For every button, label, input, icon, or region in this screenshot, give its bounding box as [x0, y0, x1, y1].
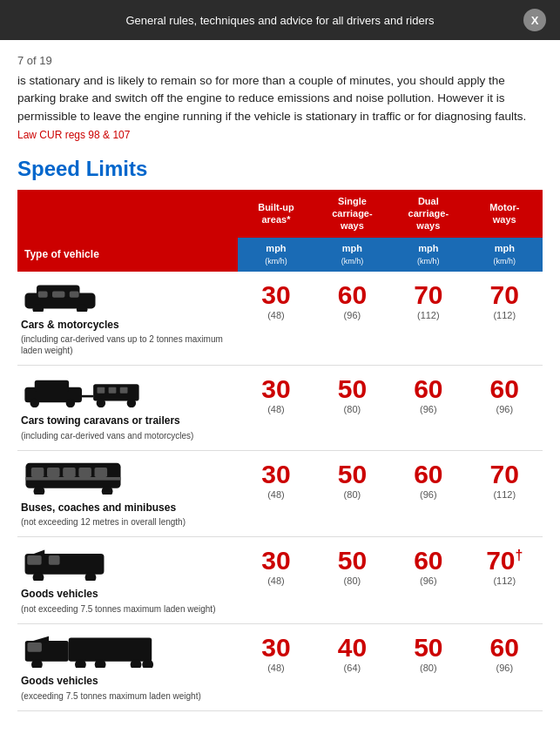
speed-motorway-3: 70† (112) [467, 537, 543, 624]
speed-limits-title: Speed Limits [17, 157, 543, 181]
vehicle-icon-2 [21, 460, 234, 498]
svg-rect-24 [78, 468, 91, 477]
col-header-builtup: Built-upareas* [238, 190, 314, 238]
svg-rect-22 [47, 468, 60, 477]
col-header-vehicle [17, 190, 238, 238]
table-row: Cars towing caravans or trailers (includ… [17, 366, 543, 451]
vehicle-desc-4: (exceeding 7.5 tonnes maximum laden weig… [21, 690, 234, 702]
svg-rect-23 [63, 468, 76, 477]
column-header-row: Built-upareas* Singlecarriage-ways Dualc… [17, 190, 543, 238]
speed-builtup-4: 30 (48) [238, 624, 314, 711]
speed-limits-section: Speed Limits Built-upareas* Singlecarria… [17, 157, 543, 711]
vehicle-desc-2: (not exceeding 12 metres in overall leng… [21, 516, 234, 528]
vehicle-icon-1 [21, 374, 234, 411]
speed-single-0: 60 (96) [314, 272, 390, 366]
speed-dual-4: 50 (80) [390, 624, 466, 711]
svg-rect-4 [38, 291, 48, 297]
svg-rect-6 [70, 291, 79, 297]
col-header-dual: Dualcarriage-ways [390, 190, 466, 238]
header-title: General rules, techniques and advice for… [37, 14, 523, 27]
vehicle-desc-0: (including car-derived vans up to 2 tonn… [21, 333, 234, 356]
unit-dual: mph(km/h) [390, 238, 466, 272]
table-row: Buses, coaches and minibuses (not exceed… [17, 450, 543, 537]
table-row: Cars & motorcycles (including car-derive… [17, 272, 543, 366]
law-reference: Law CUR regs 98 & 107 [17, 129, 543, 141]
speed-dual-0: 70 (112) [390, 272, 466, 366]
header: General rules, techniques and advice for… [0, 0, 560, 40]
speed-builtup-3: 30 (48) [238, 537, 314, 624]
svg-point-9 [30, 399, 40, 407]
svg-rect-16 [109, 387, 117, 394]
vehicle-icon-3 [21, 546, 234, 584]
speed-motorway-4: 60 (96) [467, 624, 543, 711]
speed-builtup-1: 30 (48) [238, 366, 314, 451]
svg-rect-8 [35, 380, 69, 392]
speed-motorway-2: 70 (112) [467, 450, 543, 537]
svg-rect-26 [25, 477, 120, 481]
vehicle-name-3: Goods vehicles [21, 588, 234, 602]
speed-single-2: 50 (80) [314, 450, 390, 537]
vehicle-name-2: Buses, coaches and minibuses [21, 501, 234, 515]
vehicle-icon-0 [21, 280, 234, 315]
svg-rect-17 [120, 387, 128, 394]
vehicle-desc-3: (not exceeding 7.5 tonnes maximum laden … [21, 603, 234, 615]
type-of-vehicle-label: Type of vehicle [17, 238, 238, 272]
intro-text: is stationary and is likely to remain so… [17, 72, 543, 125]
table-row: Goods vehicles (not exceeding 7.5 tonnes… [17, 537, 543, 624]
table-row: Goods vehicles (exceeding 7.5 tonnes max… [17, 624, 543, 711]
svg-rect-15 [98, 387, 105, 394]
main-content: 7 of 19 is stationary and is likely to r… [0, 40, 560, 747]
col-header-single: Singlecarriage-ways [314, 190, 390, 238]
svg-point-13 [97, 399, 106, 407]
svg-rect-5 [52, 291, 64, 297]
vehicle-cell-0: Cars & motorcycles (including car-derive… [17, 272, 238, 366]
svg-rect-25 [95, 468, 108, 477]
vehicle-name-0: Cars & motorcycles [21, 319, 234, 333]
svg-rect-21 [31, 468, 44, 477]
svg-rect-31 [27, 555, 41, 565]
vehicle-name-1: Cars towing caravans or trailers [21, 414, 234, 428]
vehicle-desc-1: (including car-derived vans and motorcyc… [21, 430, 234, 441]
unit-builtup: mph(km/h) [238, 238, 314, 272]
svg-point-14 [127, 399, 137, 407]
vehicle-cell-2: Buses, coaches and minibuses (not exceed… [17, 450, 238, 537]
speed-dual-2: 60 (96) [390, 450, 466, 537]
unit-motorway: mph(km/h) [467, 238, 543, 272]
speed-single-3: 50 (80) [314, 537, 390, 624]
speed-motorway-1: 60 (96) [467, 366, 543, 451]
speed-table: Built-upareas* Singlecarriage-ways Dualc… [17, 190, 543, 711]
vehicle-name-4: Goods vehicles [21, 675, 234, 689]
speed-single-4: 40 (64) [314, 624, 390, 711]
speed-builtup-0: 30 (48) [238, 272, 314, 366]
vehicle-cell-3: Goods vehicles (not exceeding 7.5 tonnes… [17, 537, 238, 624]
speed-dual-1: 60 (96) [390, 366, 466, 451]
col-header-motorway: Motor-ways [467, 190, 543, 238]
unit-header-row: Type of vehicle mph(km/h) mph(km/h) mph(… [17, 238, 543, 272]
page-indicator: 7 of 19 [17, 54, 543, 67]
vehicle-cell-4: Goods vehicles (exceeding 7.5 tonnes max… [17, 624, 238, 711]
vehicle-cell-1: Cars towing caravans or trailers (includ… [17, 366, 238, 451]
close-button[interactable]: X [523, 9, 546, 31]
svg-rect-41 [28, 643, 42, 652]
unit-single: mph(km/h) [314, 238, 390, 272]
speed-motorway-0: 70 (112) [467, 272, 543, 366]
svg-rect-35 [69, 637, 152, 661]
svg-rect-32 [49, 555, 60, 565]
vehicle-icon-4 [21, 633, 234, 671]
speed-dual-3: 60 (96) [390, 537, 466, 624]
speed-single-1: 50 (80) [314, 366, 390, 451]
svg-point-10 [66, 399, 76, 407]
speed-builtup-2: 30 (48) [238, 450, 314, 537]
